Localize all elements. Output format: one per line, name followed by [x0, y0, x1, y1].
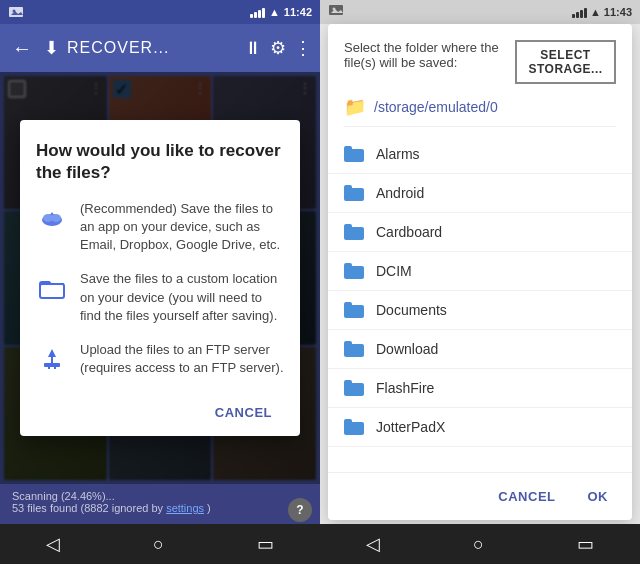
- folder-name: JotterPadX: [376, 419, 445, 435]
- folder-name-download: Download: [376, 341, 438, 357]
- right-wifi-icon: ▲: [590, 6, 601, 18]
- nav-recent-button[interactable]: ▭: [257, 533, 274, 555]
- toolbar-icons: ⏸ ⚙ ⋮: [244, 37, 312, 59]
- pause-button[interactable]: ⏸: [244, 38, 262, 59]
- svg-rect-10: [54, 363, 56, 369]
- scan-info: Scanning (24.46%)... 53 files found (888…: [0, 484, 320, 516]
- left-status-bar: ▲ 11:42: [0, 0, 320, 24]
- folder-icon: [344, 185, 364, 201]
- folder-icon: [36, 272, 68, 304]
- left-panel: ▲ 11:42 ← ⬇ RECOVER... ⏸ ⚙ ⋮ ⋮ ✓ ⋮ ⋮: [0, 0, 320, 564]
- folder-icon: [344, 224, 364, 240]
- toolbar-title-area: ⬇ RECOVER...: [44, 37, 236, 59]
- scan-files: 53 files found (8882 ignored by settings…: [12, 502, 308, 514]
- select-storage-button[interactable]: SELECT STORAGE...: [515, 40, 616, 84]
- left-status-left: [8, 4, 24, 20]
- left-nav-bar: ◁ ○ ▭: [0, 524, 320, 564]
- ftp-upload-icon: [36, 343, 68, 375]
- list-item[interactable]: DCIM: [328, 252, 632, 291]
- dialog-option-2[interactable]: Save the files to a custom location on y…: [36, 270, 284, 325]
- right-status-icons: ▲ 11:43: [572, 6, 632, 18]
- folder-name: FlashFire: [376, 380, 434, 396]
- list-item[interactable]: Documents: [328, 291, 632, 330]
- left-status-time: 11:42: [284, 6, 312, 18]
- file-list: Alarms Android Cardboard DCIM Documents …: [328, 135, 632, 472]
- file-cancel-button[interactable]: CANCEL: [486, 481, 567, 512]
- left-toolbar: ← ⬇ RECOVER... ⏸ ⚙ ⋮: [0, 24, 320, 72]
- svg-marker-11: [48, 349, 56, 363]
- right-nav-recent-button[interactable]: ▭: [577, 533, 594, 555]
- svg-rect-8: [44, 363, 60, 367]
- signal-icon: [250, 6, 265, 18]
- dialog-option-3[interactable]: Upload the files to an FTP server (requi…: [36, 341, 284, 377]
- scan-end: ): [207, 502, 211, 514]
- folder-name: Cardboard: [376, 224, 442, 240]
- scan-progress: Scanning (24.46%)...: [12, 490, 308, 502]
- svg-rect-9: [48, 363, 50, 369]
- recovery-dialog: How would you like to recover the files?…: [20, 120, 300, 437]
- help-button[interactable]: ?: [288, 498, 312, 522]
- folder-name: Documents: [376, 302, 447, 318]
- folder-name: Android: [376, 185, 424, 201]
- path-text: /storage/emulated/0: [374, 99, 498, 115]
- scan-files-text: 53 files found (8882 ignored by: [12, 502, 163, 514]
- dialog-option-1-text: (Recommended) Save the files to an app o…: [80, 200, 284, 255]
- dialog-actions: CANCEL: [36, 393, 284, 428]
- dialog-title: How would you like to recover the files?: [36, 140, 284, 184]
- right-nav-back-button[interactable]: ◁: [366, 533, 380, 555]
- list-item[interactable]: Cardboard: [328, 213, 632, 252]
- current-path: 📁 /storage/emulated/0: [344, 92, 616, 127]
- dialog-option-3-text: Upload the files to an FTP server (requi…: [80, 341, 284, 377]
- right-panel: ▲ 11:43 Select the folder where the file…: [320, 0, 640, 564]
- list-item[interactable]: Download: [328, 330, 632, 369]
- toolbar-title-text: RECOVER...: [67, 39, 169, 57]
- folder-name: DCIM: [376, 263, 412, 279]
- nav-home-button[interactable]: ○: [153, 534, 164, 555]
- dialog-option-2-text: Save the files to a custom location on y…: [80, 270, 284, 325]
- back-button[interactable]: ←: [8, 33, 36, 64]
- file-picker-dialog: Select the folder where the file(s) will…: [328, 24, 632, 520]
- right-status-bar: ▲ 11:43: [320, 0, 640, 24]
- nav-back-button[interactable]: ◁: [46, 533, 60, 555]
- current-folder-icon: 📁: [344, 96, 366, 118]
- file-dialog-header: Select the folder where the file(s) will…: [328, 24, 632, 135]
- folder-icon: [344, 341, 364, 357]
- more-button[interactable]: ⋮: [294, 37, 312, 59]
- settings-button[interactable]: ⚙: [270, 37, 286, 59]
- folder-icon: [344, 263, 364, 279]
- file-dialog-actions: CANCEL OK: [328, 472, 632, 520]
- folder-icon: [344, 419, 364, 435]
- right-status-time: 11:43: [604, 6, 632, 18]
- folder-name: Alarms: [376, 146, 420, 162]
- recovery-dialog-overlay: How would you like to recover the files?…: [0, 72, 320, 484]
- right-photo-icon: [328, 2, 344, 18]
- left-status-right: ▲ 11:42: [250, 6, 312, 18]
- svg-point-6: [51, 214, 61, 222]
- settings-link[interactable]: settings: [166, 502, 204, 514]
- file-ok-button[interactable]: OK: [576, 481, 621, 512]
- folder-icon: [344, 380, 364, 396]
- folder-icon: [344, 146, 364, 162]
- right-status-left: [328, 2, 344, 22]
- wifi-icon: ▲: [269, 6, 280, 18]
- right-nav-bar: ◁ ○ ▭: [320, 524, 640, 564]
- dialog-option-1[interactable]: (Recommended) Save the files to an app o…: [36, 200, 284, 255]
- list-item[interactable]: FlashFire: [328, 369, 632, 408]
- right-signal-icon: [572, 6, 587, 18]
- folder-icon: [344, 302, 364, 318]
- photo-icon: [8, 4, 24, 20]
- file-dialog-title: Select the folder where the file(s) will…: [344, 40, 507, 70]
- right-nav-home-button[interactable]: ○: [473, 534, 484, 555]
- list-item[interactable]: Android: [328, 174, 632, 213]
- dialog-cancel-button[interactable]: CANCEL: [203, 397, 284, 428]
- cloud-upload-icon: [36, 202, 68, 234]
- download-icon: ⬇: [44, 37, 59, 59]
- list-item[interactable]: Alarms: [328, 135, 632, 174]
- list-item[interactable]: JotterPadX: [328, 408, 632, 447]
- svg-rect-7: [40, 284, 64, 298]
